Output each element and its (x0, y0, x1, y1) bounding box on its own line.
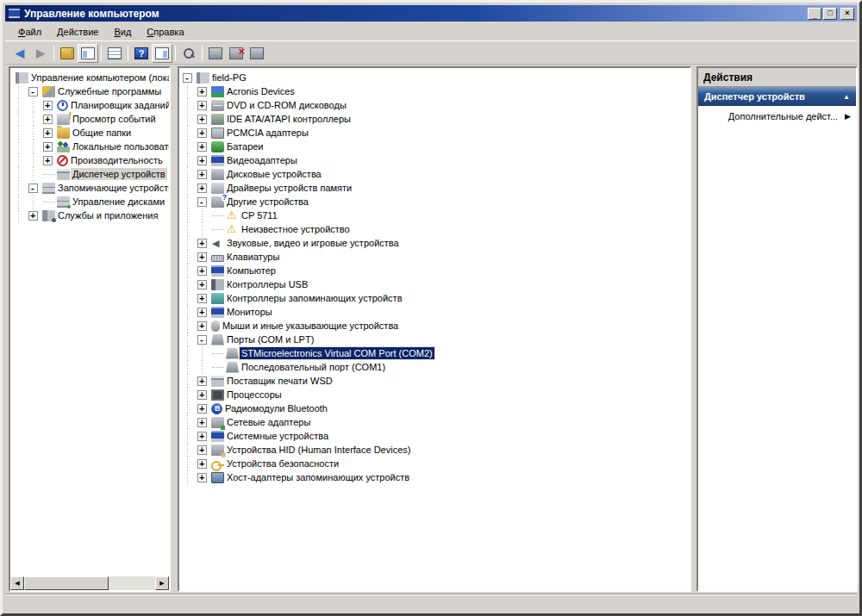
expand-plus-icon[interactable] (197, 418, 207, 427)
forward-button[interactable]: ▶ (30, 44, 51, 63)
collapse-minus-icon[interactable] (28, 184, 38, 193)
tree-node[interactable]: Сетевые адаптеры (183, 415, 690, 429)
uninstall-device-button[interactable] (226, 44, 247, 63)
horizontal-scrollbar[interactable]: ◀ ▶ (10, 576, 169, 590)
tree-node[interactable]: Дисковые устройства (183, 167, 690, 181)
expand-plus-icon[interactable] (197, 170, 207, 179)
expand-plus-icon[interactable] (197, 404, 207, 414)
more-actions-item[interactable]: Дополнительные дейст... ▶ (698, 106, 856, 127)
maximize-button[interactable]: □ (823, 8, 837, 20)
expand-plus-icon[interactable] (43, 156, 53, 165)
collapse-minus-icon[interactable] (183, 73, 192, 83)
tree-node[interactable]: Производительность (14, 153, 169, 167)
tree-node[interactable]: Контроллеры USB (183, 277, 690, 291)
tree-node[interactable]: Радиомодули Bluetooth (183, 401, 690, 415)
tree-node[interactable]: Общие папки (14, 126, 169, 140)
tree-node[interactable]: Звуковые, видео и игровые устройства (183, 236, 690, 250)
expand-plus-icon[interactable] (43, 142, 53, 152)
tree-node[interactable]: IDE ATA/ATAPI контроллеры (183, 112, 690, 126)
tree-node[interactable]: Последовательный порт (COM1) (183, 360, 690, 374)
tree-node[interactable]: Видеоадаптеры (183, 153, 690, 167)
tree-node[interactable]: Локальные пользовател (14, 140, 169, 153)
scroll-right-button[interactable]: ▶ (155, 576, 169, 590)
collapse-minus-icon[interactable] (197, 335, 207, 345)
expand-plus-icon[interactable] (43, 101, 53, 110)
tree-node[interactable]: Драйверы устройств памяти (183, 181, 690, 195)
show-action-pane-button[interactable] (152, 44, 172, 63)
collapse-icon[interactable]: ▲ (843, 93, 850, 101)
minimize-button[interactable]: _ (808, 8, 821, 20)
expand-plus-icon[interactable] (197, 115, 207, 124)
tree-node[interactable]: DVD и CD-ROM дисководы (183, 98, 690, 112)
scan-hardware-button[interactable] (178, 44, 199, 63)
expand-plus-icon[interactable] (197, 445, 207, 455)
tree-node[interactable]: Acronis Devices (183, 84, 690, 98)
expand-plus-icon[interactable] (197, 321, 207, 331)
properties-button[interactable] (104, 44, 125, 63)
expand-plus-icon[interactable] (197, 280, 207, 289)
tree-node[interactable]: Системные устройства (183, 429, 690, 443)
scrollbar-thumb[interactable] (24, 576, 109, 590)
expand-plus-icon[interactable] (43, 115, 53, 124)
back-button[interactable]: ◀ (9, 44, 30, 63)
tree-node[interactable]: Управление компьютером (лока (14, 71, 169, 84)
expand-plus-icon[interactable] (197, 184, 207, 193)
help-button[interactable]: ? (131, 44, 152, 63)
tree-node[interactable]: Просмотр событий (14, 112, 169, 126)
scan-changes-button[interactable] (247, 44, 267, 63)
tree-node[interactable]: Батареи (183, 140, 690, 153)
expand-plus-icon[interactable] (197, 239, 207, 248)
expand-plus-icon[interactable] (197, 390, 207, 400)
tree-node[interactable]: CP 5711 (183, 208, 690, 222)
expand-plus-icon[interactable] (197, 252, 207, 262)
tree-node[interactable]: PCMCIA адаптеры (183, 126, 690, 140)
tree-node[interactable]: Диспетчер устройств (14, 167, 169, 181)
tree-node[interactable]: Поставщик печати WSD (183, 374, 690, 388)
tree-node[interactable]: field-PG (183, 71, 690, 84)
title-bar[interactable]: Управление компьютером _ □ × (5, 5, 857, 22)
expand-plus-icon[interactable] (197, 308, 207, 317)
expand-plus-icon[interactable] (43, 128, 53, 138)
tree-node[interactable]: Устройства безопасности (183, 457, 690, 470)
up-level-button[interactable] (57, 44, 78, 63)
menu-item-2[interactable]: Действие (49, 25, 106, 39)
actions-section-device-manager[interactable]: Диспетчер устройств ▲ (698, 87, 856, 106)
expand-plus-icon[interactable] (197, 459, 207, 469)
expand-plus-icon[interactable] (197, 432, 207, 441)
close-button[interactable]: × (840, 8, 854, 20)
expand-plus-icon[interactable] (197, 473, 207, 482)
expand-plus-icon[interactable] (28, 211, 38, 221)
tree-node[interactable]: Компьютер (183, 264, 690, 277)
menu-item-3[interactable]: Вид (106, 25, 139, 39)
tree-node[interactable]: Клавиатуры (183, 250, 690, 264)
update-driver-button[interactable] (205, 44, 226, 63)
menu-item-4[interactable]: Справка (139, 25, 191, 39)
tree-node[interactable]: Запоминающие устройства (14, 181, 169, 195)
tree-node[interactable]: STMicroelectronics Virtual COM Port (COM… (183, 346, 690, 360)
tree-node[interactable]: Порты (COM и LPT) (183, 333, 690, 346)
tree-node[interactable]: Процессоры (183, 388, 690, 401)
collapse-minus-icon[interactable] (28, 87, 38, 96)
expand-plus-icon[interactable] (197, 376, 207, 386)
tree-node[interactable]: Планировщик заданий (14, 98, 169, 112)
tree-node[interactable]: Мыши и иные указывающие устройства (183, 319, 690, 333)
collapse-minus-icon[interactable] (197, 197, 207, 207)
expand-plus-icon[interactable] (197, 101, 207, 110)
expand-plus-icon[interactable] (197, 266, 207, 276)
tree-node[interactable]: Служебные программы (14, 84, 169, 98)
tree-node[interactable]: Хост-адаптеры запоминающих устройств (183, 470, 690, 484)
tree-node[interactable]: Устройства HID (Human Interface Devices) (183, 443, 690, 457)
tree-node[interactable]: Мониторы (183, 305, 690, 319)
scroll-left-button[interactable]: ◀ (10, 576, 24, 590)
tree-node[interactable]: Другие устройства (183, 195, 690, 208)
tree-node[interactable]: Контроллеры запоминающих устройств (183, 291, 690, 305)
tree-node[interactable]: Неизвестное устройство (183, 222, 690, 236)
expand-plus-icon[interactable] (197, 128, 207, 138)
menu-item-1[interactable]: Файл (10, 25, 49, 39)
expand-plus-icon[interactable] (197, 294, 207, 303)
expand-plus-icon[interactable] (197, 87, 207, 96)
expand-plus-icon[interactable] (197, 142, 207, 152)
show-console-tree-button[interactable] (78, 44, 98, 63)
tree-node[interactable]: Службы и приложения (14, 208, 169, 222)
expand-plus-icon[interactable] (197, 156, 207, 165)
